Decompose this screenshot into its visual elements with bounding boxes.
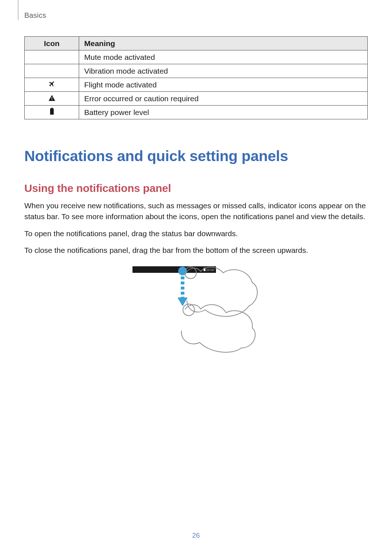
svg-rect-1 [52, 99, 52, 100]
page-content: Icon Meaning Mute mode activated Vibrati… [24, 36, 368, 353]
paragraph: When you receive new notifications, such… [24, 200, 368, 222]
svg-rect-2 [51, 108, 53, 108]
indicator-icon-table: Icon Meaning Mute mode activated Vibrati… [24, 36, 368, 119]
table-row: Mute mode activated [25, 50, 368, 64]
page-title: Notifications and quick setting panels [24, 148, 368, 165]
table-row: Error occurred or caution required [25, 92, 368, 106]
table-row: Vibration mode activated [25, 64, 368, 78]
svg-point-6 [178, 267, 187, 275]
table-header-meaning: Meaning [79, 37, 368, 50]
page-number: 26 [0, 532, 392, 539]
table-cell-meaning: Mute mode activated [79, 50, 368, 64]
paragraph: To open the notifications panel, drag th… [24, 228, 368, 239]
section-name: Basics [24, 11, 46, 20]
status-time: 10:00 [206, 268, 214, 272]
header-divider [18, 0, 19, 20]
table-row: Battery power level [25, 106, 368, 119]
section-subtitle: Using the notifications panel [24, 182, 368, 194]
airplane-icon [48, 80, 56, 89]
battery-icon [50, 108, 54, 117]
table-row: Flight mode activated [25, 78, 368, 92]
table-cell-meaning: Battery power level [79, 106, 368, 119]
table-header-icon: Icon [25, 37, 79, 50]
svg-rect-0 [52, 97, 52, 99]
table-cell-meaning: Vibration mode activated [79, 64, 368, 78]
table-cell-meaning: Error occurred or caution required [79, 92, 368, 106]
svg-rect-4 [132, 266, 216, 273]
table-cell-meaning: Flight mode activated [79, 78, 368, 92]
paragraph: To close the notifications panel, drag t… [24, 245, 368, 256]
warning-icon [48, 94, 56, 103]
swipe-down-illustration: 10:00 [132, 266, 260, 353]
svg-rect-3 [50, 108, 54, 115]
